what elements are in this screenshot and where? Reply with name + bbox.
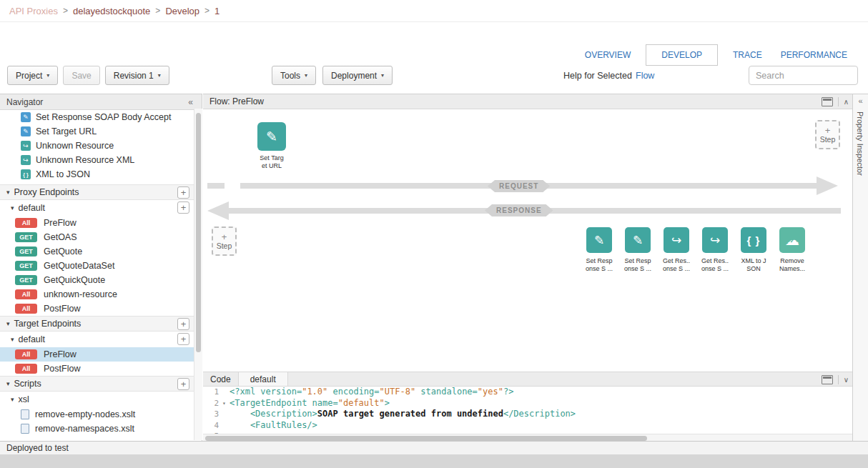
code-tab-default[interactable]: default (238, 372, 288, 386)
method-badge: GET (15, 275, 37, 285)
property-inspector-strip[interactable]: « Property Inspector (852, 94, 868, 441)
policy-label: Unknown Resource (36, 141, 114, 151)
tab-trace[interactable]: TRACE (724, 45, 771, 65)
nav-policy-set-response-soap-body-accept[interactable]: ✎ Set Response SOAP Body Accept (0, 110, 202, 124)
section-target-endpoints[interactable]: ▾ Target Endpoints + (0, 316, 202, 332)
method-badge: All (15, 218, 37, 228)
script-file-remove-namespaces[interactable]: remove-namespaces.xslt (0, 422, 202, 436)
collapse-flow-panel-icon[interactable]: ∧ (844, 99, 849, 106)
add-step-request-button[interactable]: + Step (815, 120, 840, 149)
proxy-endpoint-group-default[interactable]: ▾ default + (0, 200, 202, 216)
policy-node-label: Set Resp onse S ... (586, 257, 613, 273)
nav-policy-unknown-resource[interactable]: ↪ Unknown Resource (0, 139, 202, 153)
breadcrumb-api-proxies[interactable]: API Proxies (9, 6, 58, 16)
add-target-endpoint-button[interactable]: + (177, 318, 189, 330)
canvas-policy-get-response-1[interactable]: ↪ Get Res.. onse S ... (657, 227, 696, 273)
split-panel-icon[interactable] (822, 97, 833, 106)
revision-menu-button[interactable]: Revision 1 ▾ (105, 66, 169, 85)
flow-name: PostFlow (44, 304, 80, 314)
project-menu-button[interactable]: Project ▾ (7, 66, 58, 85)
proxy-flow-postflow[interactable]: All PostFlow (0, 302, 202, 316)
response-band-label: RESPONSE (485, 204, 553, 216)
line-number: 1 (203, 387, 219, 398)
flow-canvas[interactable]: ✎ Set Targ et URL + Step + Step REQUEST … (203, 109, 852, 371)
nav-policy-unknown-resource-xml[interactable]: ↪ Unknown Resource XML (0, 153, 202, 167)
code-line: 4 <FaultRules/> (203, 420, 852, 432)
add-proxy-endpoint-button[interactable]: + (177, 186, 189, 199)
canvas-policy-set-response-2[interactable]: ✎ Set Resp onse S ... (618, 227, 657, 273)
nav-policy-xml-to-json[interactable]: { } XML to JSON (0, 167, 202, 181)
arrow-icon: ↪ (21, 141, 31, 151)
method-badge: GET (15, 247, 37, 257)
target-flow-postflow[interactable]: All PostFlow (0, 362, 202, 376)
target-endpoint-group-default[interactable]: ▾ default + (0, 332, 202, 347)
proxy-flow-getquote[interactable]: GET GetQuote (0, 244, 202, 259)
proxy-flow-unknown-resource[interactable]: All unknown-resource (0, 287, 202, 302)
split-panel-icon[interactable] (822, 375, 833, 384)
tools-menu-button[interactable]: Tools ▾ (272, 66, 316, 85)
navigator-scrollbar-track[interactable] (194, 109, 202, 440)
section-proxy-endpoints[interactable]: ▾ Proxy Endpoints + (0, 184, 202, 200)
response-arrow-icon (207, 201, 229, 220)
nav-policy-set-target-url[interactable]: ✎ Set Target URL (0, 124, 202, 139)
canvas-policy-xml-to-json[interactable]: { } XML to J SON (734, 227, 773, 273)
deployment-menu-button[interactable]: Deployment ▾ (322, 66, 393, 85)
search-input[interactable] (749, 66, 858, 85)
script-file-remove-empty-nodes[interactable]: remove-empty-nodes.xslt (0, 407, 202, 422)
policy-label: Set Response SOAP Body Accept (36, 112, 171, 122)
policy-label: XML to JSON (36, 169, 90, 179)
breadcrumb-develop[interactable]: Develop (165, 6, 199, 16)
proxy-flow-getquickquote[interactable]: GET GetQuickQuote (0, 273, 202, 287)
save-button[interactable]: Save (63, 66, 99, 85)
line-number: 3 (203, 409, 219, 420)
proxy-flow-getoas[interactable]: GET GetOAS (0, 230, 202, 244)
target-flow-preflow-selected[interactable]: All PreFlow (0, 347, 202, 362)
policy-label: Unknown Resource XML (36, 155, 134, 165)
method-badge: All (15, 349, 37, 359)
help-selected-flow-link[interactable]: Flow (636, 71, 654, 81)
method-badge: All (15, 289, 37, 299)
fold-toggle-icon[interactable]: ▾ (219, 398, 230, 409)
section-scripts[interactable]: ▾ Scripts + (0, 376, 202, 392)
pencil-icon: ✎ (21, 126, 31, 136)
collapse-navigator-icon[interactable]: « (188, 97, 193, 107)
expand-property-inspector-icon[interactable]: « (853, 96, 868, 105)
request-flow-line (207, 183, 225, 189)
add-step-response-button[interactable]: + Step (212, 226, 237, 256)
breadcrumb: API Proxies > delayedstockquote > Develo… (0, 0, 868, 22)
code-line: 1 <?xml version="1.0" encoding="UTF-8" s… (203, 387, 852, 398)
add-script-button[interactable]: + (177, 378, 189, 390)
proxy-flow-getquotedataset[interactable]: GET GetQuoteDataSet (0, 259, 202, 273)
caret-down-icon: ▾ (305, 72, 307, 79)
canvas-policy-remove-namespaces[interactable]: ☁ ✓ Remove Names... (773, 227, 812, 273)
tab-overview[interactable]: OVERVIEW (576, 45, 640, 65)
breadcrumb-proxy-name[interactable]: delayedstockquote (73, 6, 150, 16)
toolbar-left-group: Project ▾ Save Revision 1 ▾ (7, 66, 169, 85)
flow-name: GetQuickQuote (44, 275, 105, 285)
flow-name: PostFlow (44, 364, 80, 374)
section-title: Proxy Endpoints (14, 187, 79, 197)
tab-develop[interactable]: DEVELOP (646, 44, 718, 66)
pencil-icon: ✎ (21, 112, 31, 122)
file-name: remove-empty-nodes.xslt (35, 409, 135, 419)
canvas-policy-set-response-1[interactable]: ✎ Set Resp onse S ... (580, 227, 618, 273)
code-panel-title: Code (203, 374, 238, 384)
scripts-group-xsl[interactable]: ▾ xsl (0, 392, 202, 407)
section-title: Scripts (14, 379, 41, 389)
revision-menu-label: Revision 1 (114, 71, 154, 81)
navigator-scrollbar-thumb[interactable] (196, 113, 201, 352)
add-flow-button[interactable]: + (177, 201, 189, 214)
proxy-flow-preflow[interactable]: All PreFlow (0, 216, 202, 230)
breadcrumb-revision[interactable]: 1 (214, 6, 220, 16)
code-editor[interactable]: 1 <?xml version="1.0" encoding="UTF-8" s… (203, 387, 852, 442)
line-number: 2 (203, 398, 219, 409)
navigator-title: Navigator (6, 97, 43, 107)
code-horizontal-scrollbar-thumb[interactable] (205, 436, 647, 441)
file-icon (21, 409, 29, 419)
flow-name: unknown-resource (44, 289, 117, 299)
tab-performance[interactable]: PERFORMANCE (771, 45, 857, 65)
canvas-policy-set-target-url[interactable]: ✎ Set Targ et URL (250, 122, 293, 170)
canvas-policy-get-response-2[interactable]: ↪ Get Res.. onse S ... (696, 227, 734, 273)
add-flow-button[interactable]: + (177, 333, 189, 345)
collapse-code-panel-icon[interactable]: ∨ (844, 377, 849, 384)
